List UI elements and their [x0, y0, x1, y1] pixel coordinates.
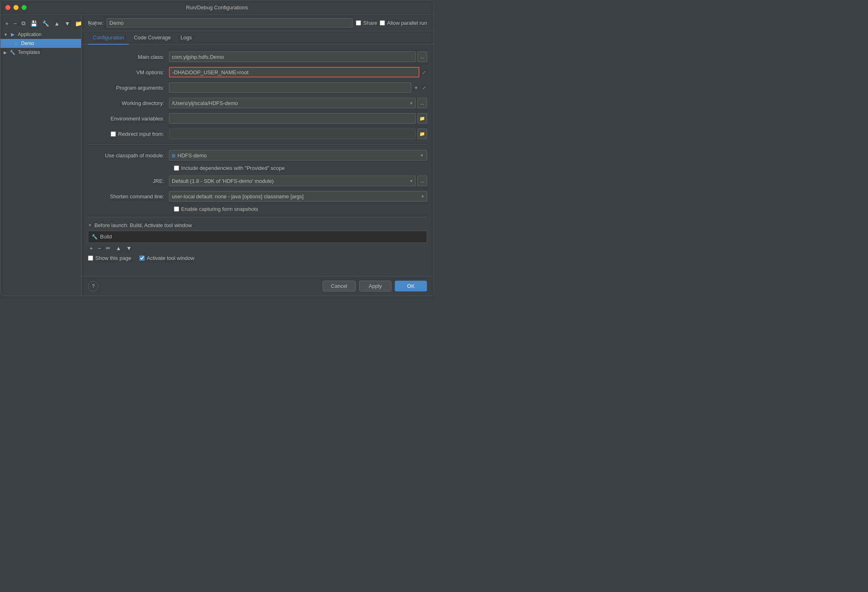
jre-row: JRE: Default (1.8 - SDK of 'HDFS-demo' m…	[88, 175, 427, 187]
title-bar: Run/Debug Configurations	[0, 0, 434, 15]
program-args-add-button[interactable]: +	[413, 84, 419, 91]
sidebar-item-templates[interactable]: ▶ 🔧 Templates	[0, 48, 81, 57]
module-icon: ▦	[171, 153, 175, 158]
include-deps-label-text: Include dependencies with "Provided" sco…	[181, 165, 285, 171]
tab-logs[interactable]: Logs	[175, 31, 197, 45]
jre-select[interactable]: Default (1.8 - SDK of 'HDFS-demo' module…	[169, 176, 416, 186]
env-vars-browse-button[interactable]: 📁	[417, 113, 427, 124]
vm-options-row: VM options: ⤢	[88, 66, 427, 78]
sidebar-item-templates-label: Templates	[18, 49, 40, 55]
enable-snapshots-checkbox-label[interactable]: Enable capturing form snapshots	[174, 206, 258, 212]
working-dir-browse-button[interactable]: ...	[417, 98, 427, 108]
program-args-input[interactable]	[169, 82, 411, 93]
env-vars-input[interactable]	[169, 113, 416, 124]
redirect-input-label: Redirect input from:	[118, 131, 164, 137]
share-label-text: Share	[363, 20, 377, 26]
redirect-input-checkbox[interactable]	[111, 131, 116, 137]
tab-configuration[interactable]: Configuration	[88, 31, 129, 45]
copy-config-button[interactable]: ⧉	[20, 19, 27, 28]
divider	[88, 144, 427, 145]
before-launch-edit-button[interactable]: ✏	[104, 245, 112, 252]
jre-select-wrapper: Default (1.8 - SDK of 'HDFS-demo' module…	[169, 176, 416, 186]
show-page-checkbox-label[interactable]: Show this page	[88, 255, 131, 261]
show-page-checkbox[interactable]	[88, 255, 93, 261]
build-icon: 🔧	[92, 234, 98, 240]
program-args-input-group: + ⤢	[169, 82, 427, 93]
before-launch-title: Before launch: Build, Activate tool wind…	[94, 222, 192, 228]
shorten-cmd-select[interactable]: user-local default: none - java [options…	[169, 191, 427, 202]
close-button[interactable]	[5, 5, 11, 10]
share-section: Share Allow parallel run	[356, 20, 427, 26]
redirect-input-input[interactable]	[169, 129, 416, 139]
env-vars-row: Environment variables: 📁	[88, 113, 427, 124]
sidebar-item-application[interactable]: ▼ ▶ Application	[0, 30, 81, 39]
templates-icon: 🔧	[9, 49, 16, 56]
env-vars-label: Environment variables:	[88, 116, 169, 122]
vm-options-expand-button[interactable]: ⤢	[421, 69, 427, 76]
settings-button[interactable]: 🔧	[41, 19, 51, 28]
before-launch-up-button[interactable]: ▲	[114, 245, 123, 252]
sidebar-toolbar: + − ⧉ 💾 🔧 ▲ ▼ 📁 ⋮⋮	[0, 17, 81, 30]
help-button[interactable]: ?	[88, 281, 98, 292]
classpath-label: Use classpath of module:	[88, 152, 169, 159]
classpath-row: Use classpath of module: ▦ HDFS-demo ▼	[88, 150, 427, 161]
before-launch-down-button[interactable]: ▼	[124, 245, 133, 252]
share-checkbox-label[interactable]: Share	[356, 20, 377, 26]
jre-label: JRE:	[88, 178, 169, 184]
name-input[interactable]	[107, 18, 353, 28]
env-vars-input-group: 📁	[169, 113, 427, 124]
expand-arrow-icon: ▼	[4, 32, 9, 37]
main-class-browse-button[interactable]: ...	[417, 51, 427, 62]
application-folder-icon: ▶	[9, 31, 16, 38]
vm-options-input[interactable]	[169, 67, 419, 77]
classpath-select[interactable]: HDFS-demo	[169, 150, 427, 161]
shorten-cmd-row: Shorten command line: user-local default…	[88, 191, 427, 202]
build-item: 🔧 Build	[90, 233, 425, 240]
main-content: + − ⧉ 💾 🔧 ▲ ▼ 📁 ⋮⋮ ▼ ▶ Application □ Dem…	[0, 15, 434, 296]
add-config-button[interactable]: +	[4, 19, 10, 28]
module-select-wrapper: ▦ HDFS-demo ▼	[169, 150, 427, 161]
before-launch-toolbar: + − ✏ ▲ ▼	[88, 245, 427, 252]
jre-browse-button[interactable]: ...	[417, 176, 427, 186]
working-dir-input[interactable]	[169, 98, 416, 108]
enable-snapshots-row: Enable capturing form snapshots	[88, 206, 427, 212]
include-deps-checkbox-label[interactable]: Include dependencies with "Provided" sco…	[174, 165, 285, 171]
enable-snapshots-checkbox[interactable]	[174, 206, 179, 212]
redirect-input-input-group: 📁	[169, 129, 427, 139]
cancel-button[interactable]: Cancel	[323, 281, 356, 292]
remove-config-button[interactable]: −	[12, 19, 18, 28]
before-launch-collapse-icon[interactable]: ▼	[88, 223, 92, 227]
enable-snapshots-label-text: Enable capturing form snapshots	[181, 206, 258, 212]
working-dir-input-group: ▼ ...	[169, 98, 427, 108]
build-item-label: Build	[100, 234, 112, 240]
before-launch-add-button[interactable]: +	[88, 245, 94, 252]
move-down-button[interactable]: ▼	[63, 19, 72, 28]
top-bar: Name: Share Allow parallel run	[81, 15, 434, 31]
minimize-button[interactable]	[13, 5, 19, 10]
vm-options-label: VM options:	[88, 69, 169, 75]
activate-window-checkbox[interactable]	[139, 255, 145, 261]
activate-window-checkbox-label[interactable]: Activate tool window	[139, 255, 195, 261]
apply-button[interactable]: Apply	[359, 281, 391, 292]
program-args-expand-button[interactable]: ⤢	[421, 84, 427, 92]
redirect-input-browse-button[interactable]: 📁	[417, 129, 427, 139]
maximize-button[interactable]	[21, 5, 27, 10]
before-launch-remove-button[interactable]: −	[96, 245, 103, 252]
sidebar-item-demo[interactable]: □ Demo	[0, 39, 81, 48]
move-up-button[interactable]: ▲	[52, 19, 61, 28]
working-dir-select-wrapper: ▼	[169, 98, 416, 108]
before-launch-header: ▼ Before launch: Build, Activate tool wi…	[88, 222, 427, 228]
save-config-button[interactable]: 💾	[29, 19, 39, 28]
tab-code-coverage[interactable]: Code Coverage	[129, 31, 175, 45]
working-dir-label: Working directory:	[88, 100, 169, 106]
parallel-run-checkbox[interactable]	[380, 20, 385, 26]
parallel-run-label-text: Allow parallel run	[387, 20, 427, 26]
before-launch-list: 🔧 Build	[88, 231, 427, 243]
sidebar-item-application-label: Application	[18, 32, 42, 37]
main-class-input[interactable]	[169, 51, 416, 62]
before-launch-divider	[88, 217, 427, 217]
share-checkbox[interactable]	[356, 20, 361, 26]
parallel-run-checkbox-label[interactable]: Allow parallel run	[380, 20, 427, 26]
include-deps-checkbox[interactable]	[174, 165, 179, 171]
ok-button[interactable]: OK	[395, 281, 427, 292]
